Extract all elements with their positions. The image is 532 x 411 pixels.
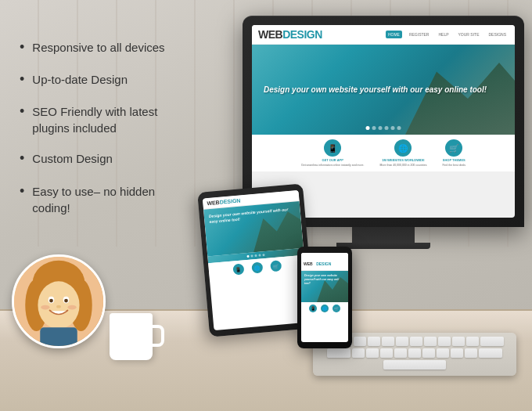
key	[352, 348, 365, 358]
tablet-content: WEB DESIGN Design your own website yours…	[203, 190, 310, 330]
nav-designs[interactable]: DESIGNS	[486, 31, 509, 38]
screen-header: WEB DESIGN HOME REGISTER HELP YOUR SITE …	[252, 25, 515, 45]
icon-label: 1M WEBSITES WORLDWIDE	[382, 158, 424, 162]
screen-brand: WEB DESIGN	[258, 28, 322, 41]
tablet-phone-icon: 📱	[232, 263, 244, 275]
key	[396, 337, 408, 346]
avatar-illustration	[14, 257, 103, 346]
dot	[372, 126, 376, 130]
nav-home[interactable]: HOME	[386, 31, 402, 38]
main-container: Responsive to all devices Up-to-date Des…	[0, 0, 532, 411]
bullet-text: Responsive to all devices	[32, 39, 164, 56]
phone-brand-web: WEB	[304, 261, 313, 266]
svg-rect-12	[40, 327, 77, 346]
dot	[366, 126, 370, 130]
dot	[397, 126, 401, 130]
hero-dots	[366, 126, 401, 130]
hero-title: Design your own website yourself with ou…	[264, 85, 487, 96]
key	[382, 337, 394, 346]
icon-item-app: 📱 GET OUR APP Get seamless information o…	[301, 139, 365, 167]
svg-point-10	[41, 305, 49, 310]
dot	[250, 254, 253, 257]
phone-icon: 📱	[324, 139, 341, 157]
list-item: Responsive to all devices	[20, 39, 188, 57]
tablet-hero: Design your own website yourself with ou…	[203, 201, 304, 256]
phone-icon-globe: 🌐	[321, 305, 329, 312]
phone-icon-app: 📱	[309, 305, 317, 312]
key	[479, 348, 502, 358]
screen-nav: HOME REGISTER HELP YOUR SITE DESIGNS	[386, 31, 509, 38]
list-item: SEO Friendly with latest plugins include…	[20, 103, 188, 136]
icon-item-themes: 🛒 SHOP THEMES Find the best deals	[442, 139, 466, 167]
phone-header: WEB DESIGN	[301, 253, 348, 271]
screen-icons: 📱 GET OUR APP Get seamless information o…	[252, 135, 515, 171]
tablet-globe-icon: 🌐	[251, 261, 263, 273]
brand-web: WEB	[258, 28, 282, 41]
svg-point-8	[64, 299, 68, 303]
icon-desc: More than 40,000,000 in 200 countries	[380, 164, 427, 167]
tablet-screen: WEB DESIGN Design your own website yours…	[203, 190, 310, 330]
icon-label: SHOP THEMES	[443, 158, 466, 162]
keyboard-row-2	[317, 348, 512, 358]
key	[354, 337, 366, 346]
tablet-brand-web: WEB	[207, 200, 220, 206]
key	[465, 348, 477, 358]
key	[438, 337, 451, 346]
icon-label: GET OUR APP	[322, 158, 343, 162]
left-panel: Responsive to all devices Up-to-date Des…	[0, 0, 203, 411]
bullet-text: Up-to-date Design	[32, 71, 128, 88]
svg-point-7	[49, 299, 53, 303]
phone-screen: WEB DESIGN Design your own website yours…	[301, 253, 348, 342]
phone-icon-cart: 🛒	[332, 305, 340, 312]
list-item: Custom Design	[20, 150, 188, 168]
bullet-text: Custom Design	[32, 150, 113, 167]
tablet-cart-icon: 🛒	[270, 260, 282, 272]
list-item: Easy to use– no hidden coding!	[20, 183, 188, 216]
feature-list: Responsive to all devices Up-to-date Des…	[20, 39, 188, 216]
cart-icon: 🛒	[445, 139, 462, 157]
brand-design: DESIGN	[282, 28, 322, 41]
coffee-mug	[110, 313, 153, 360]
key	[466, 337, 479, 346]
key	[452, 337, 465, 346]
tablet-brand-design: DESIGN	[219, 197, 240, 204]
dot	[246, 255, 249, 258]
key	[327, 348, 350, 358]
spacebar	[383, 360, 446, 370]
key	[422, 348, 435, 358]
dot	[254, 254, 257, 257]
key	[451, 348, 463, 358]
icon-desc: Find the best deals	[442, 164, 466, 167]
hero-text: Design your own website yourself with ou…	[264, 85, 487, 96]
avatar	[12, 254, 106, 348]
key	[366, 348, 379, 358]
dot	[385, 126, 389, 130]
key	[437, 348, 449, 358]
bullet-text: Easy to use– no hidden coding!	[32, 183, 188, 216]
icon-desc: Get seamless information online instantl…	[301, 164, 365, 167]
key	[394, 348, 407, 358]
icon-item-worldwide: 🌐 1M WEBSITES WORLDWIDE More than 40,000…	[380, 139, 427, 167]
nav-help[interactable]: HELP	[436, 31, 451, 38]
phone-hero: Design your own website yourself with ou…	[301, 271, 348, 302]
key	[410, 337, 422, 346]
svg-point-11	[67, 305, 76, 310]
key	[368, 337, 380, 346]
dot	[258, 254, 261, 256]
key	[480, 337, 504, 346]
devices-panel: WEB DESIGN HOME REGISTER HELP YOUR SITE …	[180, 0, 532, 411]
nav-your-site[interactable]: YOUR SITE	[456, 31, 482, 38]
dot	[262, 254, 264, 256]
key	[380, 348, 393, 358]
phone-icons: 📱 🌐 🛒	[301, 302, 348, 315]
monitor-stand	[352, 227, 415, 243]
dot	[379, 126, 383, 130]
list-item: Up-to-date Design	[20, 71, 188, 89]
nav-register[interactable]: REGISTER	[407, 31, 432, 38]
bullet-text: SEO Friendly with latest plugins include…	[32, 103, 188, 136]
globe-icon: 🌐	[394, 139, 412, 157]
svg-point-9	[56, 305, 61, 308]
keyboard-row-3	[317, 360, 512, 370]
key	[424, 337, 437, 346]
dot	[391, 126, 395, 130]
